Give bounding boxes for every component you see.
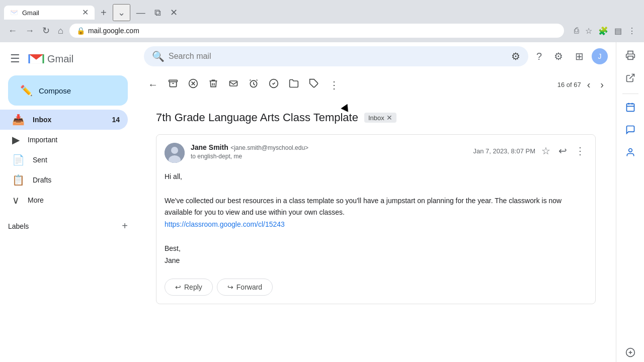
back-to-inbox-button[interactable]: ← [144,75,162,95]
print-button[interactable] [621,46,639,67]
window-close-button[interactable]: ✕ [166,6,182,19]
move-to-button[interactable] [285,74,303,95]
address-bar-input[interactable]: 🔒 mail.google.com [69,24,564,38]
labels-add-button[interactable]: + [122,220,128,232]
sidebar-item-drafts-label: Drafts [33,176,120,184]
sender-email: <jane.smith@myschool.edu> [230,144,308,151]
inbox-tag-label: Inbox [368,114,384,122]
forward-button[interactable]: → [23,24,36,38]
sidebar-nav: 📥 Inbox 14 ▶ Important 📄 Sent 📋 Drafts ∨… [0,110,136,210]
compose-label: Compose [39,86,71,95]
reply-label: Reply [184,283,202,291]
more-actions-button[interactable]: ⋮ [325,75,343,95]
email-subject: 7th Grade Language Arts Class Template [156,111,358,124]
reply-icon: ↩ [175,283,181,291]
sidebar-item-drafts[interactable]: 📋 Drafts [0,170,128,190]
svg-rect-12 [628,56,633,60]
sidebar-item-inbox[interactable]: 📥 Inbox 14 [0,110,128,130]
browser-tab[interactable]: Gmail ✕ [4,6,95,20]
compose-icon: ✏️ [20,84,33,97]
add-task-button[interactable] [265,74,283,95]
user-avatar[interactable]: J [592,48,608,64]
reply-quick-button[interactable]: ↩ [556,143,569,159]
reply-button[interactable]: ↩ Reply [165,279,213,296]
label-button[interactable] [305,74,323,95]
browser-sidebar-button[interactable]: ▤ [612,24,624,38]
email-greeting: Hi all, [165,171,587,183]
add-panel-button[interactable] [621,343,639,362]
sender-avatar [165,143,185,163]
window-minimize-button[interactable]: — [132,7,149,19]
sidebar-item-sent-label: Sent [33,156,120,164]
sidebar: ☰ Gmail ✏️ Compose [0,42,136,362]
home-button[interactable]: ⌂ [56,24,65,38]
inbox-tag-remove-button[interactable]: ✕ [386,114,392,122]
svg-rect-5 [230,81,237,86]
new-tab-button[interactable]: + [97,5,111,21]
email-toolbar: ← [144,70,608,99]
sidebar-item-important-label: Important [28,136,120,144]
search-filter-button[interactable]: ⚙ [511,50,520,62]
email-message: Jane Smith <jane.smith@myschool.edu> to … [156,134,596,304]
email-view: ← [136,70,616,362]
svg-point-18 [628,149,632,152]
main-content: 🔍 ⚙ ? ⚙ ⊞ J ← [136,42,616,362]
sidebar-item-sent[interactable]: 📄 Sent [0,150,128,170]
open-in-new-button[interactable] [621,69,639,89]
search-input[interactable] [169,52,507,61]
labels-header: Labels + [8,218,128,234]
star-email-button[interactable]: ☆ [539,143,552,159]
sent-icon: 📄 [12,154,25,166]
apps-button[interactable]: ⊞ [571,46,588,66]
right-panel-divider [622,94,638,94]
email-message-header: Jane Smith <jane.smith@myschool.edu> to … [165,143,587,163]
chat-panel-button[interactable] [621,121,639,141]
tab-overflow-button[interactable]: ⌄ [113,4,130,21]
calendar-panel-button[interactable] [621,98,639,119]
next-email-button[interactable]: › [596,75,608,95]
email-signature-name: Jane [165,255,587,267]
sender-info: Jane Smith <jane.smith@myschool.edu> to … [191,143,467,160]
prev-email-button[interactable]: ‹ [583,75,595,95]
email-subject-row: 7th Grade Language Arts Class Template I… [156,111,596,124]
hamburger-button[interactable]: ☰ [8,50,22,67]
inbox-badge: 14 [112,116,120,124]
labels-section: Labels + [0,214,136,238]
drafts-icon: 📋 [12,174,25,186]
forward-label: Forward [236,283,262,291]
search-area: 🔍 ⚙ ? ⚙ ⊞ J [136,42,616,70]
bookmark-button[interactable]: ☆ [583,24,594,38]
tab-title: Gmail [22,9,78,17]
compose-button[interactable]: ✏️ Compose [8,75,128,106]
email-date: Jan 7, 2023, 8:07 PM [473,147,535,155]
sidebar-item-more[interactable]: ∨ More [0,190,128,210]
inbox-tag: Inbox ✕ [364,113,396,123]
share-button[interactable]: ⎙ [572,24,581,37]
tab-close-button[interactable]: ✕ [82,9,89,17]
mark-unread-button[interactable] [224,74,243,95]
inbox-icon: 📥 [12,114,25,126]
email-link[interactable]: https://classroom.google.com/cl/15243 [165,220,285,228]
delete-button[interactable] [204,74,222,95]
archive-button[interactable] [164,74,182,95]
gmail-text: Gmail [47,53,73,65]
extensions-button[interactable]: 🧩 [596,24,610,38]
back-button[interactable]: ← [6,24,19,38]
email-thread: 7th Grade Language Arts Class Template I… [144,99,608,316]
report-spam-button[interactable] [184,74,202,95]
snooze-button[interactable] [245,74,263,95]
search-bar[interactable]: 🔍 ⚙ [144,46,528,66]
settings-button[interactable]: ⚙ [550,46,567,66]
reload-button[interactable]: ↻ [40,23,52,38]
contacts-panel-button[interactable] [621,143,639,164]
sidebar-item-inbox-label: Inbox [33,116,104,124]
forward-button[interactable]: ↪ Forward [217,279,273,296]
window-restore-button[interactable]: ⧉ [150,7,165,19]
svg-point-10 [171,147,178,154]
tab-favicon [10,9,18,17]
help-button[interactable]: ? [532,47,546,66]
browser-menu-button[interactable]: ⋮ [626,24,638,38]
sidebar-item-important[interactable]: ▶ Important [0,130,128,150]
more-email-options-button[interactable]: ⋮ [573,143,587,159]
email-actions: ↩ Reply ↪ Forward [165,279,587,296]
